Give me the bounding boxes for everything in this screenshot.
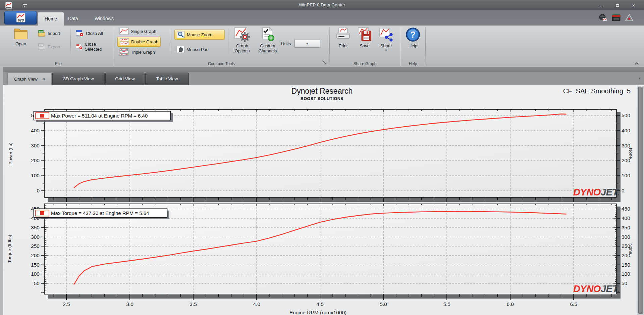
share-graph-group-label: Share Graph [331,61,399,66]
svg-text:300: 300 [622,143,630,148]
custom-channels-label: Custom Channels [256,43,279,53]
close-button[interactable]: × [628,2,639,9]
svg-text:150: 150 [31,262,40,268]
svg-text:300: 300 [31,234,40,240]
winpep-logo-icon: W8 [15,12,26,23]
close-all-icon [76,30,84,37]
vertical-scrollbar[interactable] [637,86,644,315]
svg-text:3.5: 3.5 [190,301,197,307]
custom-channels-button[interactable]: Custom Channels [256,27,279,53]
minimize-button[interactable]: – [596,2,607,9]
print-label: Print [339,43,348,48]
save-button[interactable]: Save [355,27,374,48]
svg-text:100: 100 [622,173,630,178]
help-icon: ? [405,27,421,42]
tab-overflow-icon[interactable]: ▼ [638,77,641,80]
double-graph-label: Double Graph [131,39,158,44]
save-label: Save [360,43,370,48]
svg-text:6.0: 6.0 [506,301,514,307]
tab-grid-view[interactable]: Grid View [105,73,145,85]
ribbon-group-help: ? Help Help [401,26,425,67]
torque-legend: Max Torque = 437.30 at Engine RPM = 5.64 [34,209,170,220]
import-label: Import [48,31,60,36]
power-legend: Max Power = 511.04 at Engine RPM = 6.40 [34,111,173,122]
tab-close-icon[interactable]: × [42,73,45,85]
svg-text:6.5: 6.5 [570,301,577,307]
document-tab-bar: Graph View × 3D Graph View Grid View Tab… [0,72,644,85]
mouse-pan-label: Mouse Pan [186,47,209,52]
svg-text:CSV: CSV [39,31,43,33]
close-selected-icon [76,43,83,50]
svg-text:5.0: 5.0 [380,301,387,307]
help-button[interactable]: ? Help [404,27,422,48]
tab-3d-graph-view[interactable]: 3D Graph View [52,73,105,85]
single-graph-button[interactable]: Single Graph [117,26,158,36]
torque-chart-plot[interactable]: 5050100100150150200200250250300300350350… [31,204,630,307]
graph-options-button[interactable]: Graph Options [231,27,253,53]
units-dropdown[interactable]: ▼ [294,40,320,48]
close-selected-button[interactable]: Close Selected [74,42,112,52]
triple-graph-label: Triple Graph [131,50,155,55]
help-label: Help [409,43,418,48]
winpep-window: WinPEP 8 Data Center – × W8 Home Data Wi… [0,0,644,315]
svg-text:350: 350 [31,225,40,230]
power-axis-title: Power (hp) [8,142,13,165]
svg-text:200: 200 [31,158,40,163]
print-button[interactable]: Print [333,27,353,48]
print-icon [335,27,351,42]
torque-axis-title: Torque (ft-lbs) [7,235,12,263]
tab-graph-view-label: Graph View [14,77,38,82]
svg-text:250: 250 [31,243,40,249]
dyno-module-icon[interactable] [611,13,621,22]
double-graph-button[interactable]: Double Graph [117,37,161,47]
mouse-zoom-label: Mouse Zoom [187,32,212,37]
triple-graph-button[interactable]: Triple Graph [117,47,157,57]
application-button[interactable]: W8 [4,11,37,25]
x-axis-title: Engine RPM (rpmx1000) [289,310,347,315]
svg-text:0: 0 [37,188,40,193]
svg-text:400: 400 [622,215,630,221]
mouse-pan-button[interactable]: Mouse Pan [174,44,225,54]
open-button[interactable]: Open [8,27,34,46]
svg-text:350: 350 [622,225,630,230]
svg-text:4.5: 4.5 [316,301,324,307]
helmet-icon[interactable] [598,13,608,22]
maximize-button[interactable] [612,2,623,9]
ribbon-group-file: Open CSV Import CSV Export [5,26,112,67]
svg-text:200: 200 [31,253,40,258]
export-label: Export [48,44,60,49]
svg-text:50: 50 [34,280,40,286]
close-all-button[interactable]: Close All [74,28,105,38]
help-group-label: Help [401,61,425,66]
tab-graph-view[interactable]: Graph View × [7,73,52,85]
ribbon-tab-home[interactable]: Home [38,12,64,26]
common-tools-group-label: Common Tools [114,61,329,66]
close-selected-label: Close Selected [85,42,110,52]
window-title: WinPEP 8 Data Center [0,2,644,7]
dynojet-emblem-icon[interactable] [625,13,634,22]
share-icon [378,27,394,42]
ribbon-collapse-icon[interactable] [634,62,639,65]
svg-text:3.0: 3.0 [126,301,133,307]
svg-text:?: ? [410,30,415,39]
hand-icon [176,46,184,53]
export-button[interactable]: CSV Export [36,42,62,52]
single-graph-icon [119,28,129,35]
ribbon-tab-row: W8 Home Data Windows [0,10,644,26]
svg-text:450: 450 [622,206,630,212]
power-right-axis-title: None [628,148,633,159]
svg-text:100: 100 [31,271,40,277]
ribbon-bottom-strip [0,67,644,72]
power-chart-plot[interactable]: 00100100200200300300400400500500 [31,109,630,202]
dyno-charts[interactable]: 00100100200200300300400400500500 Power (… [0,86,644,315]
scrollbar-thumb[interactable] [638,87,643,314]
svg-text:W8: W8 [18,18,24,22]
tab-table-view[interactable]: Table View [145,73,189,85]
share-dropdown-icon[interactable]: ▼ [385,49,388,52]
ribbon-tab-data[interactable]: Data [61,12,85,26]
import-button[interactable]: CSV Import [36,28,62,38]
share-button[interactable]: Share ▼ [376,27,396,52]
mouse-zoom-button[interactable]: Mouse Zoom [174,30,225,40]
double-graph-icon [120,38,129,45]
ribbon-tab-windows[interactable]: Windows [88,12,120,26]
